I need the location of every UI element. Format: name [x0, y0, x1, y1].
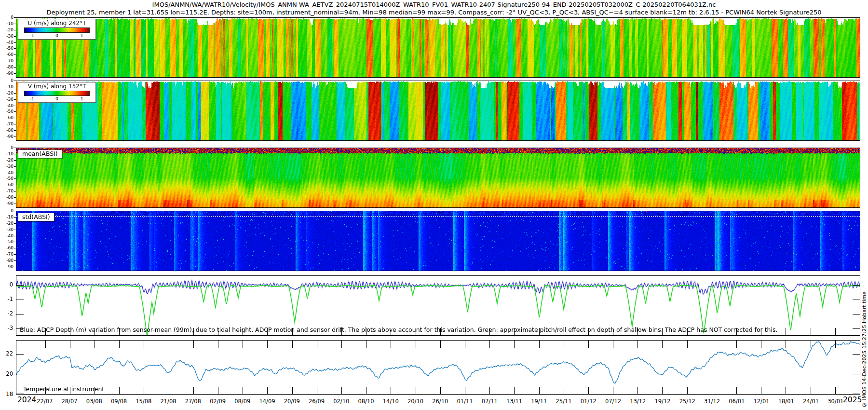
x-axis-date-label: 20/10: [407, 398, 423, 405]
figure-title: IMOS/ANMN/WA/WATR10/Velocity/IMOS_ANMN-W…: [0, 1, 868, 8]
depth-tick-label: -80: [0, 258, 14, 263]
depth-tick-label: -30: [0, 164, 14, 169]
x-axis-date-label: 07/11: [482, 398, 498, 405]
x-axis-date-label: 09/08: [111, 398, 127, 405]
depth-tick-label: -90: [0, 264, 14, 269]
depth-tick-label: -60: [0, 246, 14, 250]
depth-tick-label: -40: [0, 40, 14, 45]
depth-tick-label: -50: [0, 176, 14, 181]
figure-root: IMOS/ANMN/WA/WATR10/Velocity/IMOS_ANMN-W…: [0, 0, 868, 410]
x-axis-date-label: 30/01: [827, 398, 843, 405]
x-axis-date-label: 08/09: [234, 398, 250, 405]
x-axis-date-label: 14/09: [259, 398, 275, 405]
v-colorbar-ticks: -1 0 1: [20, 96, 94, 101]
depth-tick-mark: [14, 42, 16, 43]
depth-tick-mark: [14, 267, 16, 267]
x-axis-date-label: 13/12: [630, 398, 646, 405]
depth-tick-mark: [14, 260, 16, 261]
x-axis-date-label: 07/12: [605, 398, 621, 405]
std-absi-label: std(ABSI): [18, 213, 54, 221]
watermark: © IMOS 14-Dec-2025 15:27:25 Hobart time: [861, 221, 868, 408]
depth-tick-label: -90: [0, 71, 14, 76]
depth-tick-label: -70: [0, 189, 14, 193]
u-colorbar-tick-min: -1: [30, 33, 34, 38]
depth-tick-mark: [14, 99, 16, 100]
x-axis-date-label: 22/07: [37, 398, 53, 405]
std-absi-heatmap: [16, 211, 860, 271]
depth-tick-label: -60: [0, 182, 14, 187]
depth-tick-label: -20: [0, 221, 14, 226]
x-axis-date-label: 13/11: [506, 398, 522, 405]
depth-tick-mark: [14, 67, 16, 68]
depth-variation-caption: Blue: ADCP Depth (m) variation from sens…: [20, 326, 778, 333]
x-axis-date-label: 20/09: [284, 398, 300, 405]
temperature-tick-label: 18: [0, 391, 13, 397]
x-axis-date-label: 24/01: [803, 398, 819, 405]
depth-tick-label: -50: [0, 109, 14, 114]
depth-tick-label: -10: [0, 215, 14, 219]
depth-tick-label: -40: [0, 103, 14, 108]
depth-tick-mark: [14, 185, 16, 185]
depth-tick-mark: [14, 124, 16, 124]
depth-tick-label: -70: [0, 252, 14, 257]
panel-u-velocity: U (m/s) along 242°T -1 0 1: [16, 17, 860, 78]
depth-tick-label: -90: [0, 134, 14, 139]
panel-v-velocity: V (m/s) along 152°T -1 0 1: [16, 81, 860, 141]
x-axis-date-label: 15/08: [136, 398, 151, 405]
depth-tick-mark: [14, 30, 16, 30]
x-axis-date-label: 26/09: [309, 398, 325, 405]
u-colorbar-tick-max: 1: [81, 33, 83, 38]
depth-tick-label: -90: [0, 201, 14, 206]
figure-subtitle: Deployment 25, member 1 lat=31.65S lon=1…: [0, 9, 868, 16]
depth-tick-mark: [14, 73, 16, 74]
depth-tick-label: -60: [0, 115, 14, 120]
depth-tick-mark: [14, 178, 16, 179]
depth-tick-label: -70: [0, 58, 14, 63]
depth-tick-label: -30: [0, 34, 14, 39]
x-axis-date-label: 01/12: [581, 398, 597, 405]
x-axis-date-label: 26/10: [432, 398, 448, 405]
depth-tick-label: -10: [0, 151, 14, 156]
x-axis-date-label: 31/12: [704, 398, 720, 405]
depth-tick-label: -80: [0, 65, 14, 69]
depth-tick-label: -50: [0, 239, 14, 244]
depth-tick-mark: [14, 173, 16, 173]
x-axis-date-label: 18/01: [778, 398, 794, 405]
depth-tick-label: -10: [0, 84, 14, 89]
depth-tick-label: -70: [0, 122, 14, 126]
depth-tick-mark: [14, 118, 16, 118]
depth-tick-mark: [14, 204, 16, 204]
depth-tick-mark: [14, 137, 16, 137]
x-axis-date-label: 27/08: [185, 398, 201, 405]
depth-tick-label: -80: [0, 195, 14, 200]
v-colorbar: [24, 91, 90, 96]
depth-tick-label: -20: [0, 158, 14, 163]
mean-absi-label: mean(ABSI): [18, 150, 62, 158]
temperature-tick-label: 20: [0, 371, 13, 377]
panel-depth-variation: Blue: ADCP Depth (m) variation from sens…: [16, 275, 860, 336]
x-axis-date-label: 08/10: [358, 398, 374, 405]
depth-variation-tick-label: 0: [0, 282, 13, 287]
depth-variation-tick-label: -1: [0, 296, 13, 302]
depth-variation-tick-label: -2: [0, 311, 13, 316]
depth-tick-mark: [14, 211, 16, 211]
depth-tick-label: 0: [0, 208, 14, 213]
depth-tick-mark: [14, 217, 16, 218]
u-colorbar-tick-mid: 0: [55, 33, 58, 38]
depth-tick-mark: [14, 248, 16, 248]
u-colorbar-ticks: -1 0 1: [20, 33, 94, 38]
depth-tick-label: 0: [0, 145, 14, 150]
depth-tick-mark: [14, 81, 16, 81]
depth-tick-label: -50: [0, 46, 14, 51]
depth-tick-label: -30: [0, 227, 14, 232]
v-colorbar-tick-min: -1: [30, 96, 34, 101]
depth-tick-mark: [14, 166, 16, 167]
depth-tick-mark: [14, 191, 16, 191]
temperature-label: Temperature at instrument: [23, 385, 104, 393]
depth-tick-label: -40: [0, 233, 14, 238]
depth-tick-mark: [14, 197, 16, 198]
u-legend-title: U (m/s) along 242°T: [20, 20, 94, 27]
depth-tick-mark: [14, 130, 16, 131]
x-axis-date-label: 01/11: [457, 398, 473, 405]
x-axis-date-label: 12/01: [753, 398, 769, 405]
